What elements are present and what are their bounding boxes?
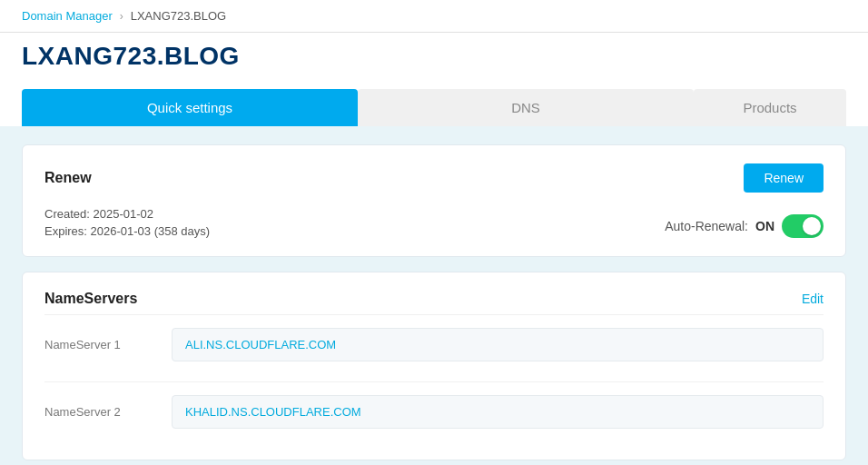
breadcrumb-domain-manager-link[interactable]: Domain Manager (22, 9, 113, 23)
nameserver-2-label: NameServer 2 (44, 405, 172, 419)
nameserver-2-value: KHALID.NS.CLOUDFLARE.COM (172, 395, 824, 429)
nameserver-1-value: ALI.NS.CLOUDFLARE.COM (172, 328, 824, 361)
nameservers-card: NameServers Edit NameServer 1 ALI.NS.CLO… (22, 272, 846, 460)
renew-button[interactable]: Renew (744, 163, 824, 193)
tab-quick-settings[interactable]: Quick settings (22, 89, 358, 126)
auto-renewal-state: ON (755, 219, 774, 233)
auto-renewal-label: Auto-Renewal: (665, 219, 748, 233)
auto-renewal-section: Auto-Renewal: ON (665, 214, 824, 238)
breadcrumb-current: LXANG723.BLOG (131, 9, 227, 23)
page-title: LXANG723.BLOG (22, 42, 846, 85)
nameserver-row-1: NameServer 1 ALI.NS.CLOUDFLARE.COM (44, 314, 824, 374)
renew-card-title: Renew (44, 170, 92, 186)
nameservers-title: NameServers (44, 291, 137, 307)
tabs: Quick settings DNS Products (22, 89, 846, 126)
nameserver-1-label: NameServer 1 (44, 338, 172, 351)
created-date: Created: 2025-01-02 (44, 207, 210, 221)
nameserver-row-2: NameServer 2 KHALID.NS.CLOUDFLARE.COM (44, 381, 824, 441)
breadcrumb-separator: › (120, 10, 123, 23)
expires-date: Expires: 2026-01-03 (358 days) (44, 224, 210, 238)
tab-products[interactable]: Products (694, 89, 846, 126)
renew-card: Renew Renew Created: 2025-01-02 Expires:… (22, 144, 846, 257)
breadcrumb: Domain Manager › LXANG723.BLOG (22, 9, 846, 23)
nameservers-edit-link[interactable]: Edit (802, 292, 824, 306)
auto-renewal-toggle[interactable] (782, 214, 824, 238)
renew-dates: Created: 2025-01-02 Expires: 2026-01-03 … (44, 207, 210, 238)
toggle-knob (803, 217, 821, 235)
tab-dns[interactable]: DNS (358, 89, 694, 126)
